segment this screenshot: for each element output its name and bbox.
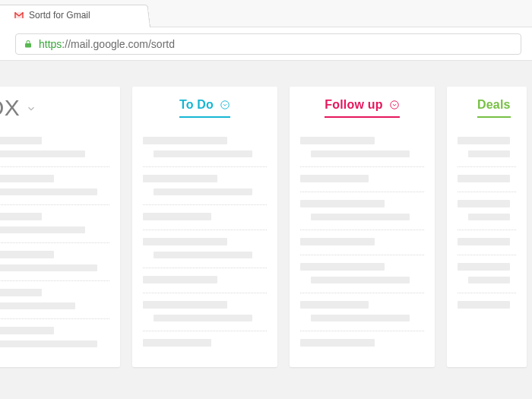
chevron-down-circle-icon[interactable]	[220, 100, 230, 110]
list-item[interactable]	[300, 230, 424, 255]
address-row: https://mail.google.com/sortd	[0, 27, 532, 61]
column-title-deals: Deals	[477, 98, 511, 112]
list-item[interactable]	[0, 167, 109, 205]
list-item[interactable]	[0, 281, 109, 319]
column-header-deals[interactable]: Deals	[447, 87, 527, 129]
column-title-todo: To Do	[179, 98, 214, 112]
tab-bar: Sortd for Gmail	[0, 0, 532, 27]
svg-rect-0	[14, 12, 15, 18]
list-item[interactable]	[143, 293, 267, 331]
column-body-deals	[447, 129, 527, 328]
list-item[interactable]	[0, 243, 109, 281]
list-item[interactable]	[0, 205, 109, 243]
list-item[interactable]	[300, 192, 424, 230]
svg-rect-1	[22, 12, 23, 18]
list-item[interactable]	[458, 192, 516, 230]
column-body-followup	[290, 129, 435, 366]
list-item[interactable]	[0, 319, 109, 356]
address-bar[interactable]: https://mail.google.com/sortd	[15, 33, 521, 55]
column-followup[interactable]: Follow up	[290, 87, 435, 367]
column-header-todo[interactable]: To Do	[132, 87, 277, 129]
browser-chrome: Sortd for Gmail https://mail.google.com/…	[0, 0, 532, 61]
chevron-down-circle-icon[interactable]	[389, 100, 400, 110]
svg-point-2	[221, 101, 230, 109]
list-item[interactable]	[300, 255, 424, 293]
list-item[interactable]	[458, 255, 516, 293]
column-title-inbox: OX	[0, 95, 20, 121]
list-item[interactable]	[143, 331, 267, 356]
board: OX	[0, 87, 532, 367]
column-body-inbox	[0, 129, 120, 367]
gmail-favicon-icon	[14, 10, 24, 21]
address-url: https://mail.google.com/sortd	[39, 38, 175, 50]
svg-point-3	[390, 101, 398, 109]
list-item[interactable]	[300, 129, 424, 167]
chevron-down-icon[interactable]	[26, 103, 36, 113]
column-inbox[interactable]: OX	[0, 87, 120, 367]
column-deals[interactable]: Deals	[447, 87, 527, 367]
list-item[interactable]	[458, 230, 516, 255]
list-item[interactable]	[143, 268, 267, 293]
browser-tab-content[interactable]: Sortd for Gmail	[0, 7, 149, 24]
board-workspace: OX	[0, 61, 532, 399]
lock-icon	[24, 40, 33, 49]
list-item[interactable]	[300, 331, 424, 356]
list-item[interactable]	[143, 205, 267, 230]
column-header-followup[interactable]: Follow up	[290, 87, 435, 129]
browser-tab-title: Sortd for Gmail	[29, 10, 90, 21]
list-item[interactable]	[143, 230, 267, 268]
url-path: ://mail.google.com/sortd	[62, 38, 175, 50]
column-todo[interactable]: To Do	[132, 87, 277, 367]
list-item[interactable]	[458, 129, 516, 167]
list-item[interactable]	[300, 293, 424, 331]
url-protocol: https	[39, 38, 62, 50]
list-item[interactable]	[143, 129, 267, 167]
list-item[interactable]	[458, 293, 516, 318]
list-item[interactable]	[143, 167, 267, 205]
column-title-followup: Follow up	[325, 98, 382, 112]
list-item[interactable]	[0, 129, 109, 167]
column-body-todo	[132, 129, 277, 366]
column-header-inbox[interactable]: OX	[0, 87, 120, 129]
list-item[interactable]	[458, 167, 516, 192]
list-item[interactable]	[300, 167, 424, 192]
